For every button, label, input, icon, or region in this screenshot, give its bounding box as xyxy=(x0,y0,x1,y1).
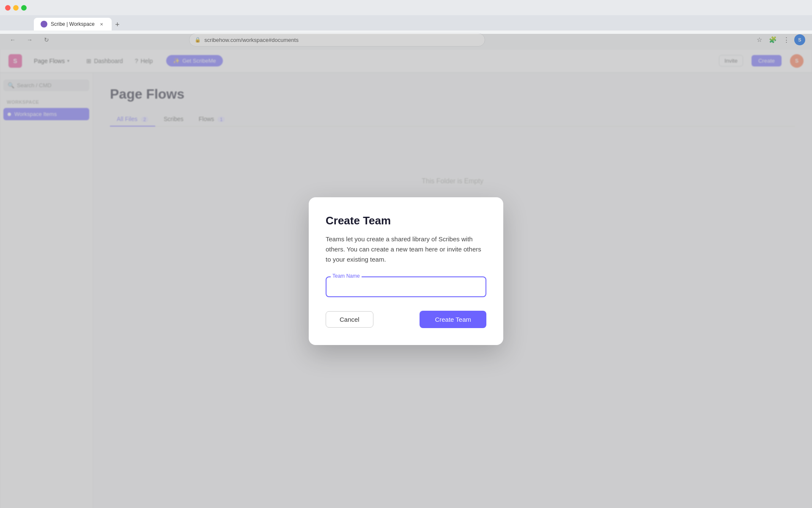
browser-tabs: Scribe | Workspace ✕ + xyxy=(0,15,812,30)
modal-title: Create Team xyxy=(326,214,486,227)
tab-favicon xyxy=(41,21,47,28)
browser-tab-active[interactable]: Scribe | Workspace ✕ xyxy=(34,18,112,30)
team-name-input-wrapper: Team Name xyxy=(326,276,486,297)
team-name-label: Team Name xyxy=(331,273,362,279)
maximize-window-button[interactable] xyxy=(21,5,27,11)
traffic-lights xyxy=(5,5,27,11)
tab-title-text: Scribe | Workspace xyxy=(51,21,95,27)
tab-close-button[interactable]: ✕ xyxy=(98,21,105,28)
close-window-button[interactable] xyxy=(5,5,11,11)
cancel-button[interactable]: Cancel xyxy=(326,311,373,328)
create-team-button[interactable]: Create Team xyxy=(420,311,486,328)
modal-buttons: Cancel Create Team xyxy=(326,311,486,328)
minimize-window-button[interactable] xyxy=(13,5,19,11)
create-team-label: Create Team xyxy=(435,316,471,323)
cancel-label: Cancel xyxy=(340,316,359,323)
browser-titlebar xyxy=(0,0,812,15)
create-team-modal: Create Team Teams let you create a share… xyxy=(309,197,503,345)
modal-backdrop[interactable]: Create Team Teams let you create a share… xyxy=(0,34,812,508)
modal-description: Teams let you create a shared library of… xyxy=(326,234,486,265)
team-name-input[interactable] xyxy=(326,276,486,297)
new-tab-button[interactable]: + xyxy=(112,19,123,30)
